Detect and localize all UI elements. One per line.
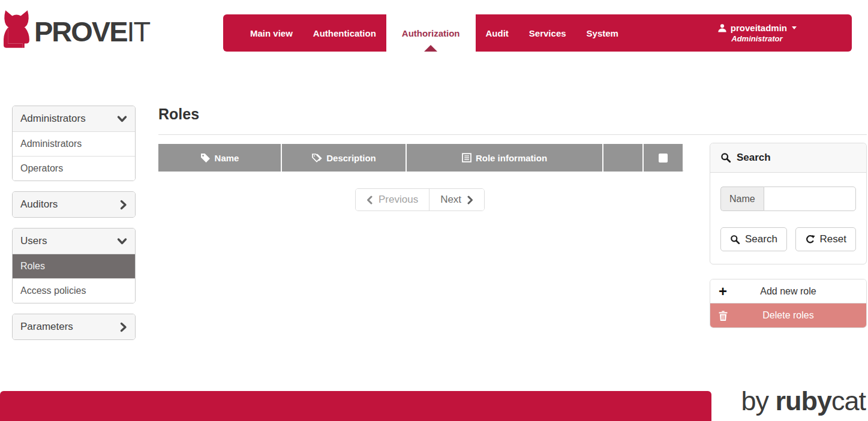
search-actions: Search Reset	[720, 227, 856, 251]
title-divider	[158, 134, 867, 135]
add-new-role-button[interactable]: + Add new role	[710, 279, 866, 303]
reset-button[interactable]: Reset	[795, 227, 856, 251]
search-button[interactable]: Search	[720, 227, 787, 251]
sidebar-header-parameters-label: Parameters	[20, 321, 73, 333]
nav-audit[interactable]: Audit	[476, 14, 519, 52]
chevron-left-icon	[367, 196, 373, 205]
delete-roles-label: Delete roles	[762, 310, 813, 321]
sidebar-panel-administrators: Administrators Administrators Operators	[12, 106, 136, 181]
select-all-checkbox[interactable]	[659, 154, 668, 163]
refresh-icon	[805, 234, 815, 245]
page-title: Roles	[158, 106, 199, 123]
search-panel: Search Name Search Reset	[710, 143, 867, 264]
footer-by: by	[741, 386, 775, 416]
next-button[interactable]: Next	[429, 189, 484, 210]
footer-bar	[0, 391, 711, 421]
tags-icon	[311, 153, 322, 163]
search-button-label: Search	[745, 233, 777, 245]
user-name: proveitadmin	[731, 23, 787, 33]
user-icon	[717, 23, 727, 33]
nav-authorization[interactable]: Authorization	[386, 14, 476, 52]
plus-icon: +	[719, 279, 727, 303]
delete-roles-button[interactable]: Delete roles	[710, 303, 866, 327]
name-input-group: Name	[720, 187, 856, 211]
trash-icon	[719, 303, 728, 327]
name-input[interactable]	[764, 187, 856, 211]
logo-it: IT	[127, 16, 150, 47]
name-input-label: Name	[720, 187, 764, 211]
cat-logo-icon	[2, 10, 31, 49]
footer-brand: by rubycat	[741, 386, 866, 416]
role-actions: + Add new role Delete roles	[710, 279, 867, 328]
column-header-role-information-label: Role information	[476, 153, 547, 163]
chevron-right-icon	[467, 196, 473, 205]
search-icon	[720, 152, 731, 163]
nav-main-view[interactable]: Main view	[240, 14, 303, 52]
add-new-role-label: Add new role	[760, 286, 816, 297]
chevron-down-icon	[117, 115, 127, 123]
column-header-description[interactable]: Description	[281, 144, 406, 172]
logo-prove: PROVE	[34, 16, 127, 47]
column-header-select	[642, 144, 683, 172]
search-panel-title: Search	[737, 152, 771, 164]
sidebar-item-access-policies[interactable]: Access policies	[13, 278, 135, 303]
column-header-name-label: Name	[215, 153, 239, 163]
reset-button-label: Reset	[820, 233, 846, 245]
tag-icon	[200, 153, 211, 163]
sidebar-panel-auditors: Auditors	[12, 191, 136, 218]
chevron-right-icon	[119, 200, 127, 210]
sidebar-header-administrators-label: Administrators	[20, 113, 86, 125]
chevron-right-icon	[119, 322, 127, 332]
nav-authorization-label: Authorization	[402, 28, 460, 38]
search-panel-header: Search	[710, 143, 866, 173]
active-tab-caret-icon	[424, 45, 437, 52]
chevron-down-icon	[117, 237, 127, 245]
previous-button[interactable]: Previous	[356, 189, 429, 210]
sidebar-header-parameters[interactable]: Parameters	[13, 314, 135, 339]
list-icon	[462, 153, 471, 163]
user-role: Administrator	[731, 34, 782, 43]
search-icon	[730, 234, 740, 245]
sidebar-header-users[interactable]: Users	[13, 228, 135, 254]
user-menu[interactable]: proveitadmin Administrator	[717, 14, 797, 52]
search-panel-body: Name Search Reset	[710, 173, 866, 264]
column-header-actions	[602, 144, 642, 172]
sidebar-panel-users: Users Roles Access policies	[12, 228, 136, 303]
footer-ruby: ruby	[775, 386, 831, 416]
column-header-description-label: Description	[326, 153, 376, 163]
previous-label: Previous	[379, 194, 418, 206]
nav-system[interactable]: System	[576, 14, 629, 52]
sidebar-header-users-label: Users	[20, 235, 47, 247]
sidebar-item-operators[interactable]: Operators	[13, 156, 135, 181]
app-logo-text: PROVEIT	[34, 17, 149, 46]
top-navbar: Main view Authentication Authorization A…	[223, 14, 852, 52]
sidebar-item-roles[interactable]: Roles	[13, 254, 135, 278]
sidebar: Administrators Administrators Operators …	[12, 106, 136, 350]
sidebar-panel-parameters: Parameters	[12, 314, 136, 340]
column-header-role-information[interactable]: Role information	[406, 144, 602, 172]
footer-cat: cat	[831, 386, 866, 416]
sidebar-header-auditors-label: Auditors	[20, 199, 58, 210]
nav-authentication[interactable]: Authentication	[303, 14, 386, 52]
proveit-app: PROVEIT Main view Authentication Authori…	[0, 0, 868, 421]
pagination: Previous Next	[355, 188, 485, 211]
column-header-name[interactable]: Name	[158, 144, 281, 172]
sidebar-header-administrators[interactable]: Administrators	[13, 106, 135, 131]
nav-services[interactable]: Services	[519, 14, 576, 52]
roles-table-header: Name Description Role information	[158, 144, 684, 172]
sidebar-item-administrators[interactable]: Administrators	[13, 131, 135, 156]
chevron-down-icon	[792, 26, 797, 29]
sidebar-header-auditors[interactable]: Auditors	[13, 192, 135, 217]
next-label: Next	[440, 194, 461, 206]
